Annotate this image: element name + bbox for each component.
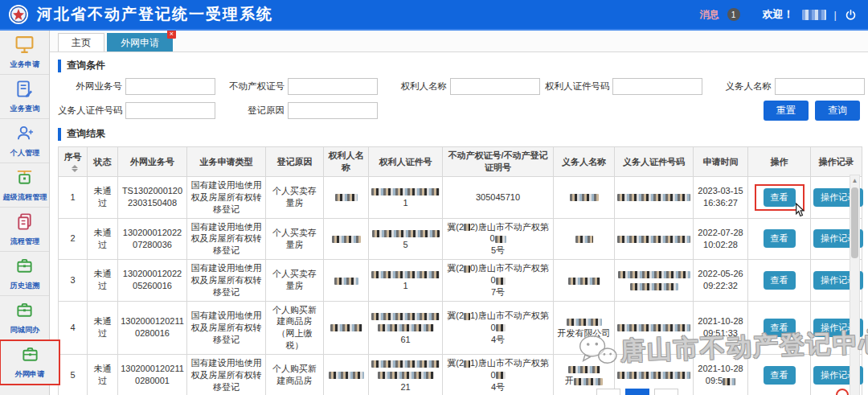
view-button[interactable]: 查看: [764, 229, 796, 248]
sidebar-item-业务申请[interactable]: 业务申请: [0, 31, 49, 75]
cell-reason: 个人买卖存量房: [266, 218, 324, 260]
sidebar-item-业务查询[interactable]: 业务查询: [0, 75, 49, 119]
redacted-text: [617, 194, 690, 201]
column-header-状态: 状态: [88, 147, 118, 177]
redacted-text: [617, 372, 690, 379]
cell-cert-no: 冀(21)唐山市不动产权第04号: [443, 354, 554, 395]
redacted-text: [329, 372, 364, 379]
cell-biz-no: TS13020001202303150408: [118, 177, 187, 219]
cell-holder-id: 5: [369, 218, 443, 260]
tab-close-icon[interactable]: ×: [167, 31, 176, 39]
column-header-序号[interactable]: 序号: [59, 147, 88, 177]
tab-external-apply[interactable]: 外网申请 ×: [107, 33, 173, 51]
scrollbar-thumb[interactable]: [851, 187, 858, 258]
redacted-text: [330, 324, 362, 331]
query-field-登记原因: 登记原因: [220, 102, 383, 119]
reset-button[interactable]: 重置: [764, 101, 809, 121]
search-button[interactable]: 查询: [815, 101, 860, 121]
sidebar-item-超级流程管理[interactable]: 超级流程管理: [0, 163, 49, 208]
sidebar-item-label: 同城同办: [10, 324, 39, 335]
query-conditions-title-row: 查询条件: [58, 59, 860, 72]
sidebar-item-历史追溯[interactable]: 历史追溯: [0, 252, 49, 296]
documents-icon: [15, 212, 34, 234]
sidebar-item-外网申请[interactable]: 外网申请: [0, 340, 59, 385]
user-add-icon: [15, 124, 34, 146]
table-header-row: 序号状态外网业务号业务申请类型登记原因权利人名称权利人证件号不动产权证号/不动产…: [59, 147, 862, 177]
field-input-外网业务号[interactable]: [125, 78, 215, 95]
cell-status: 未通过: [88, 218, 118, 260]
sidebar-item-partial-8[interactable]: [0, 385, 49, 395]
query-buttons: 重置 查询: [764, 101, 860, 121]
redacted-text: [371, 271, 440, 278]
page-box[interactable]: [654, 389, 678, 395]
query-field-外网业务号: 外网业务号: [58, 78, 220, 95]
app-title: 河北省不动产登记统一受理系统: [37, 4, 273, 25]
cell-seq: 3: [59, 260, 88, 302]
field-input-义务人名称[interactable]: [775, 78, 865, 95]
view-button[interactable]: 查看: [764, 188, 796, 207]
tab-home[interactable]: 主页: [58, 33, 104, 51]
sidebar-item-个人管理[interactable]: 个人管理: [0, 119, 49, 163]
cell-biz-no: 13020001202205260016: [118, 260, 187, 302]
cell-obligor-id: [615, 218, 694, 260]
cell-status: 未通过: [88, 301, 118, 354]
table-row: 4未通过13020001202110280016国有建设用地使用权及房屋所有权转…: [59, 301, 862, 354]
cell-holder-id: 21: [369, 354, 443, 395]
view-button[interactable]: 查看: [764, 319, 796, 337]
redacted-text: [496, 278, 506, 285]
field-input-权利人证件号码[interactable]: [612, 78, 702, 95]
cell-action: 查看: [748, 218, 811, 260]
sort-icon[interactable]: [72, 165, 78, 172]
cell-reason: 个人买卖存量房: [266, 260, 324, 302]
cell-seq: 2: [59, 218, 88, 260]
redacted-text: [464, 360, 470, 368]
cell-biz-no: 13020001202207280036: [118, 218, 187, 260]
redacted-text: [332, 236, 361, 243]
redacted-text: [464, 313, 470, 320]
redacted-text: [371, 188, 440, 195]
redacted-text: [617, 236, 690, 243]
cell-status: 未通过: [88, 260, 118, 302]
query-results-title: 查询结果: [67, 127, 105, 141]
cursor-icon: [792, 203, 805, 221]
sidebar-item-同城同办[interactable]: 同城同办: [0, 296, 49, 340]
vertical-scrollbar[interactable]: ▲ ▼: [850, 175, 860, 395]
sidebar-item-label: 流程管理: [10, 236, 39, 246]
page-box[interactable]: [596, 389, 620, 395]
view-button[interactable]: 查看: [764, 366, 796, 385]
column-header-义务人证件号码: 义务人证件号码: [615, 147, 694, 177]
tab-bar: 主页 外网申请 ×: [50, 31, 868, 52]
messages-count-badge[interactable]: 1: [727, 8, 740, 21]
redacted-text: [496, 372, 506, 379]
tab-external-apply-label: 外网申请: [121, 36, 159, 50]
page-box-active[interactable]: [625, 389, 649, 395]
accent-bar: [58, 128, 61, 141]
red-highlight-box: 查看: [755, 184, 805, 211]
field-input-不动产权证号[interactable]: [288, 78, 378, 95]
app-window: 河北省不动产登记统一受理系统 消息 1 欢迎！ | 业务申请业务查询个人管理超级…: [0, 0, 868, 395]
cell-obligor: [554, 177, 615, 219]
field-input-登记原因[interactable]: [288, 102, 378, 119]
cell-action: 查看: [748, 301, 811, 354]
sidebar: 业务申请业务查询个人管理超级流程管理流程管理历史追溯同城同办外网申请: [0, 31, 50, 395]
query-field-义务人证件号码: 义务人证件号码: [58, 102, 220, 119]
logout-power-icon[interactable]: [845, 9, 857, 21]
redacted-text: [568, 366, 600, 373]
sidebar-item-label: 业务申请: [10, 59, 39, 69]
sidebar-item-流程管理[interactable]: 流程管理: [0, 208, 49, 252]
form-icon: [15, 80, 34, 101]
field-input-权利人名称[interactable]: [450, 78, 540, 95]
redacted-text: [464, 265, 470, 273]
field-input-义务人证件号码[interactable]: [125, 102, 215, 119]
pagination-fragment[interactable]: [596, 389, 678, 395]
scroll-up-icon[interactable]: ▲: [850, 175, 859, 186]
redacted-text: [495, 236, 506, 243]
cell-cert-no: 冀(21)唐山市不动产权第04号: [443, 301, 554, 354]
table-row: 1未通过TS13020001202303150408国有建设用地使用权及房屋所有…: [59, 177, 862, 219]
redacted-text: [617, 324, 690, 331]
table-row: 5未通过13020001202110280001国有建设用地使用权及房屋所有权转…: [59, 354, 862, 395]
messages-link[interactable]: 消息: [700, 8, 719, 22]
cell-holder: [324, 218, 369, 260]
cell-status: 未通过: [88, 177, 118, 219]
view-button[interactable]: 查看: [764, 271, 796, 290]
